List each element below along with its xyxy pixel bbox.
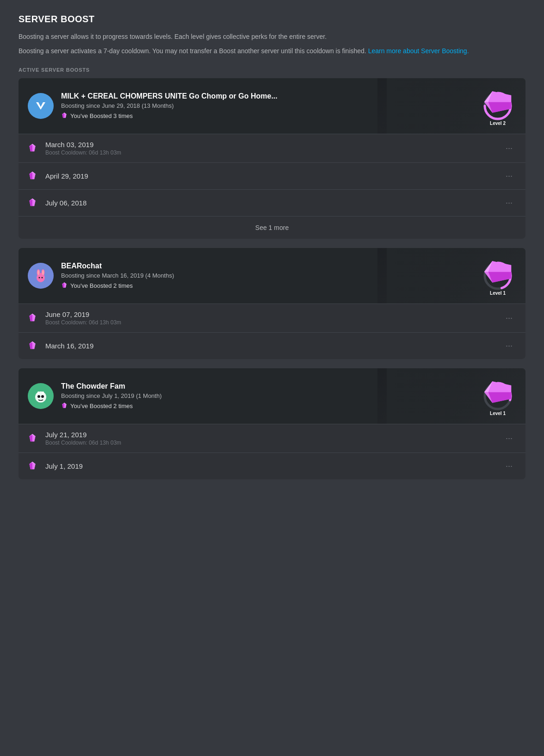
boost-entry-info: March 16, 2019 — [45, 342, 502, 350]
svg-marker-64 — [29, 435, 32, 441]
level-badge: Level 1 — [479, 257, 516, 294]
server-block-chowder-fam: The Chowder FamBoosting since July 1, 20… — [19, 368, 525, 479]
boost-entry-menu-button[interactable]: ··· — [502, 432, 516, 445]
boost-count-text: You've Boosted 2 times — [70, 282, 133, 289]
svg-point-25 — [37, 270, 39, 275]
svg-marker-2 — [62, 113, 64, 118]
svg-marker-54 — [62, 403, 64, 408]
server-block-milk-cereal: MILK + CEREAL CHOMPERS UNITE Go Chomp or… — [19, 78, 525, 239]
server-header-chowder-fam: The Chowder FamBoosting since July 1, 20… — [19, 368, 525, 424]
boost-count: You've Boosted 2 times — [61, 282, 479, 290]
level-gem-icon — [482, 376, 514, 411]
server-boosting-since: Boosting since March 16, 2019 (4 Months) — [61, 272, 479, 279]
boost-count-text: You've Boosted 2 times — [70, 403, 133, 409]
boost-entry-menu-button[interactable]: ··· — [502, 311, 516, 325]
boost-entry-gem-icon — [28, 433, 39, 444]
svg-marker-69 — [32, 463, 36, 469]
svg-marker-60 — [488, 392, 512, 403]
svg-point-49 — [41, 395, 44, 398]
level-circle: Level 1 — [482, 380, 514, 412]
server-info: The Chowder FamBoosting since July 1, 20… — [61, 382, 479, 410]
boost-entry-gem-icon — [28, 461, 39, 472]
boost-entry-gem-icon — [28, 171, 39, 182]
boost-entry-info: June 07, 2019Boost Cooldown: 06d 13h 03m — [45, 310, 502, 326]
boost-count: You've Boosted 2 times — [61, 402, 479, 410]
server-avatar — [28, 263, 54, 289]
level-circle: Level 1 — [482, 260, 514, 292]
svg-marker-42 — [32, 315, 36, 321]
boost-entry: June 07, 2019Boost Cooldown: 06d 13h 03m… — [19, 304, 525, 332]
svg-marker-32 — [64, 283, 67, 288]
server-block-bearochat: BEARochatBoosting since March 16, 2019 (… — [19, 248, 525, 359]
gem-icon — [61, 282, 68, 290]
svg-marker-46 — [32, 342, 36, 349]
boost-count-text: You've Boosted 3 times — [70, 112, 133, 119]
boost-entry-info: July 06, 2018 — [45, 199, 502, 207]
server-info: MILK + CEREAL CHOMPERS UNITE Go Chomp or… — [61, 92, 479, 120]
level-circle: Level 2 — [482, 90, 514, 122]
boost-entry-info: July 1, 2019 — [45, 462, 502, 470]
boost-entry-menu-button[interactable]: ··· — [502, 142, 516, 155]
level-gem-icon — [482, 86, 514, 121]
server-name: BEARochat — [61, 262, 479, 270]
svg-point-28 — [42, 277, 43, 279]
boost-entry: July 21, 2019Boost Cooldown: 06d 13h 03m… — [19, 424, 525, 452]
svg-marker-45 — [29, 342, 32, 349]
server-avatar — [28, 383, 54, 409]
level-text: Level 1 — [490, 411, 506, 416]
svg-point-26 — [42, 270, 44, 275]
boost-entry-gem-icon — [28, 143, 39, 154]
server-name: The Chowder Fam — [61, 382, 479, 390]
boost-entry-cooldown: Boost Cooldown: 06d 13h 03m — [45, 149, 502, 156]
boost-entry-date: June 07, 2019 — [45, 310, 502, 318]
page-title: SERVER BOOST — [19, 14, 525, 25]
boost-entry-menu-button[interactable]: ··· — [502, 339, 516, 353]
svg-point-47 — [35, 391, 46, 403]
server-name: MILK + CEREAL CHOMPERS UNITE Go Chomp or… — [61, 92, 479, 100]
boost-entry-menu-button[interactable]: ··· — [502, 459, 516, 473]
boost-entry-date: March 16, 2019 — [45, 342, 502, 350]
boost-entry-date: July 21, 2019 — [45, 431, 502, 439]
boost-entry-date: April 29, 2019 — [45, 172, 502, 180]
svg-marker-8 — [488, 102, 512, 113]
level-circle-inner: Level 1 — [482, 256, 514, 296]
server-header-milk-cereal: MILK + CEREAL CHOMPERS UNITE Go Chomp or… — [19, 78, 525, 134]
gem-icon — [61, 402, 68, 410]
servers-container: MILK + CEREAL CHOMPERS UNITE Go Chomp or… — [19, 78, 525, 479]
boost-entry-gem-icon — [28, 341, 39, 352]
server-header-bearochat: BEARochatBoosting since March 16, 2019 (… — [19, 248, 525, 304]
svg-marker-3 — [64, 113, 67, 118]
see-more-button[interactable]: See 1 more — [19, 216, 525, 239]
boost-entry-menu-button[interactable]: ··· — [502, 169, 516, 183]
svg-marker-65 — [32, 435, 36, 441]
server-avatar — [28, 93, 54, 119]
boost-entry-info: March 03, 2019Boost Cooldown: 06d 13h 03… — [45, 141, 502, 156]
boost-entry-cooldown: Boost Cooldown: 06d 13h 03m — [45, 440, 502, 446]
svg-point-48 — [37, 395, 40, 398]
learn-more-link[interactable]: Learn more about Server Boosting. — [368, 47, 469, 55]
level-badge: Level 1 — [479, 378, 516, 415]
svg-marker-55 — [64, 403, 67, 408]
gem-icon — [61, 112, 68, 120]
description-2: Boosting a server activates a 7-day cool… — [19, 46, 525, 56]
boost-entry-menu-button[interactable]: ··· — [502, 196, 516, 210]
svg-point-27 — [39, 277, 40, 279]
boost-entry: March 16, 2019··· — [19, 332, 525, 359]
server-info: BEARochatBoosting since March 16, 2019 (… — [61, 262, 479, 290]
boost-entry-cooldown: Boost Cooldown: 06d 13h 03m — [45, 319, 502, 326]
svg-marker-31 — [62, 283, 64, 288]
server-boosting-since: Boosting since June 29, 2018 (13 Months) — [61, 102, 479, 109]
boost-entry: April 29, 2019··· — [19, 162, 525, 189]
boost-entry-gem-icon — [28, 198, 39, 209]
level-text: Level 1 — [490, 291, 506, 296]
level-circle-inner: Level 2 — [482, 86, 514, 126]
description-1: Boosting a server allows it to progress … — [19, 32, 525, 42]
boost-entry-date: March 03, 2019 — [45, 141, 502, 149]
svg-marker-61 — [488, 381, 512, 392]
boost-entry: July 06, 2018··· — [19, 189, 525, 216]
boost-entry: July 1, 2019··· — [19, 452, 525, 479]
boost-entry-info: July 21, 2019Boost Cooldown: 06d 13h 03m — [45, 431, 502, 446]
server-boosting-since: Boosting since July 1, 2019 (1 Month) — [61, 392, 479, 399]
svg-marker-9 — [488, 91, 512, 102]
level-badge: Level 2 — [479, 87, 516, 124]
